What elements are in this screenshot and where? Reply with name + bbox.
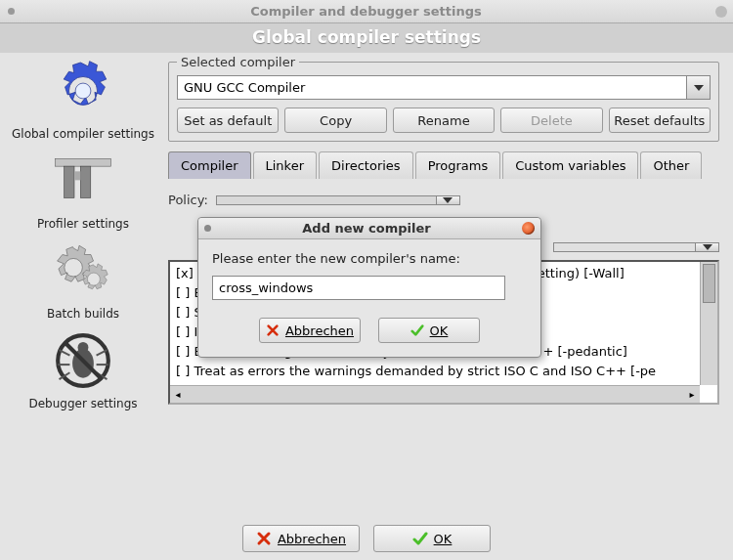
dialog-prompt: Please enter the new compiler's name: — [212, 251, 527, 266]
main-titlebar: Compiler and debugger settings — [0, 0, 733, 23]
selected-compiler-legend: Selected compiler — [177, 55, 299, 69]
reset-defaults-button[interactable]: Reset defaults — [609, 108, 711, 133]
cancel-icon — [256, 531, 272, 546]
dialog-menu-icon[interactable] — [204, 225, 211, 232]
sidebar-item-label: Profiler settings — [4, 217, 162, 231]
selected-compiler-group: Selected compiler GNU GCC Compiler Set a… — [168, 55, 719, 142]
policy-select-value — [217, 196, 436, 204]
sidebar-item-debugger[interactable]: Debugger settings — [4, 326, 162, 410]
category-select-value — [554, 243, 695, 251]
tab-linker[interactable]: Linker — [253, 151, 318, 179]
sidebar-item-label: Debugger settings — [4, 397, 162, 410]
tab-compiler[interactable]: Compiler — [168, 151, 251, 179]
ok-button[interactable]: OK — [373, 525, 491, 552]
cancel-button[interactable]: Abbrechen — [242, 525, 360, 552]
settings-tabs: Compiler Linker Directories Programs Cus… — [168, 151, 719, 179]
vertical-scrollbar[interactable] — [700, 262, 717, 385]
scrollbar-thumb[interactable] — [703, 264, 715, 303]
dialog-titlebar[interactable]: Add new compiler — [198, 218, 540, 239]
window-menu-icon[interactable] — [8, 8, 15, 15]
sidebar-item-batch-builds[interactable]: Batch builds — [4, 237, 162, 321]
window-title: Compiler and debugger settings — [17, 4, 715, 19]
sidebar: Global compiler settings Profiler settin… — [0, 53, 166, 524]
flag-row[interactable]: [ ] Treat as errors the warnings demande… — [176, 362, 694, 381]
svg-rect-2 — [65, 166, 74, 197]
no-bug-icon — [4, 326, 162, 395]
cancel-button-label: Abbrechen — [278, 532, 346, 546]
tab-other[interactable]: Other — [640, 151, 702, 179]
delete-button: Delete — [500, 108, 602, 133]
dialog-title: Add new compiler — [211, 221, 522, 236]
compiler-select[interactable]: GNU GCC Compiler — [177, 75, 711, 100]
svg-rect-1 — [56, 158, 111, 166]
horizontal-scrollbar[interactable]: ◂ ▸ — [170, 385, 700, 403]
svg-point-0 — [75, 83, 91, 99]
compiler-select-value: GNU GCC Compiler — [178, 76, 686, 99]
tab-custom-variables[interactable]: Custom variables — [502, 151, 638, 179]
svg-point-7 — [78, 342, 89, 353]
cancel-icon — [266, 323, 280, 337]
set-as-default-button[interactable]: Set as default — [177, 108, 279, 133]
page-subtitle: Global compiler settings — [0, 23, 733, 53]
dialog-cancel-button[interactable]: Abbrechen — [259, 318, 361, 343]
scroll-left-icon[interactable]: ◂ — [170, 387, 186, 403]
chevron-down-icon[interactable] — [695, 243, 718, 251]
dialog-close-icon[interactable] — [522, 222, 535, 235]
policy-label: Policy: — [168, 193, 208, 207]
ok-icon — [410, 323, 424, 337]
ok-icon — [412, 531, 428, 546]
tab-programs[interactable]: Programs — [415, 151, 501, 179]
ok-button-label: OK — [434, 532, 453, 546]
gears-icon — [4, 237, 162, 305]
copy-button[interactable]: Copy — [284, 108, 386, 133]
caliper-icon — [4, 147, 162, 215]
dialog-footer: Abbrechen OK — [0, 525, 733, 552]
tab-directories[interactable]: Directories — [319, 151, 413, 179]
scroll-right-icon[interactable]: ▸ — [684, 387, 700, 403]
compiler-name-input[interactable] — [212, 276, 505, 300]
chevron-down-icon[interactable] — [686, 76, 710, 99]
sidebar-item-label: Batch builds — [4, 307, 162, 321]
window-close-icon[interactable] — [715, 6, 727, 18]
rename-button[interactable]: Rename — [393, 108, 495, 133]
svg-rect-4 — [74, 171, 80, 180]
gear-icon — [4, 57, 162, 125]
sidebar-item-profiler[interactable]: Profiler settings — [4, 147, 162, 231]
dialog-ok-label: OK — [430, 323, 449, 338]
sidebar-item-global-compiler[interactable]: Global compiler settings — [4, 57, 162, 141]
sidebar-item-label: Global compiler settings — [4, 127, 162, 141]
svg-rect-3 — [80, 166, 90, 197]
dialog-ok-button[interactable]: OK — [378, 318, 480, 343]
category-select[interactable] — [553, 242, 719, 252]
policy-select[interactable] — [216, 195, 460, 205]
chevron-down-icon[interactable] — [436, 196, 459, 204]
dialog-cancel-label: Abbrechen — [285, 323, 354, 338]
add-compiler-dialog: Add new compiler Please enter the new co… — [197, 217, 541, 358]
